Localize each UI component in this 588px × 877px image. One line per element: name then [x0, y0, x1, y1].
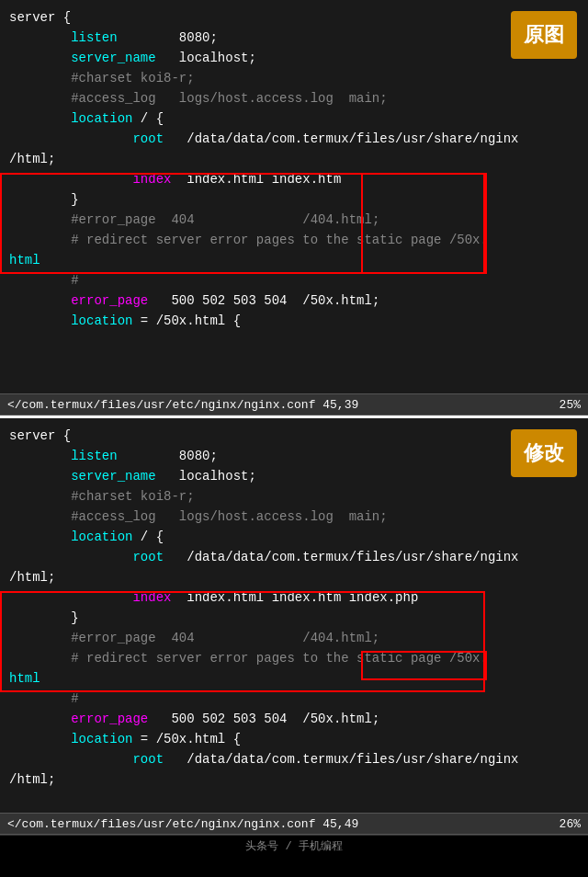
- code-line: # redirect server error pages to the sta…: [0, 648, 588, 668]
- top-panel: 原图 server { listen 8080; server_name loc…: [0, 0, 588, 418]
- code-line: error_page 500 502 503 504 /50x.html;: [0, 290, 588, 311]
- code-line: #error_page 404 /404.html;: [0, 210, 588, 230]
- code-line: #charset koi8-r;: [0, 68, 588, 88]
- bottom-code-area: server { listen 8080; server_name localh…: [0, 418, 588, 797]
- code-line: error_page 500 502 503 504 /50x.html;: [0, 709, 588, 729]
- code-line: root /data/data/com.termux/files/usr/sha…: [0, 547, 588, 567]
- code-line: location = /50x.html {: [0, 729, 588, 749]
- footer-bar: 头条号 / 手机编程: [0, 835, 588, 856]
- code-line: html: [0, 250, 588, 270]
- code-line: server_name localhost;: [0, 466, 588, 486]
- bottom-panel: 修改 server { listen 8080; server_name loc…: [0, 418, 588, 856]
- code-line: location / {: [0, 108, 588, 129]
- code-line: }: [0, 608, 588, 628]
- top-code-area: server { listen 8080; server_name localh…: [0, 0, 588, 338]
- code-line: }: [0, 189, 588, 210]
- footer-text: 头条号 / 手机编程: [245, 838, 343, 854]
- code-line: /html;: [0, 567, 588, 587]
- bottom-status-bar: </com.termux/files/usr/etc/nginx/nginx.c…: [0, 813, 588, 835]
- code-line: #access_log logs/host.access.log main;: [0, 507, 588, 527]
- code-line: #: [0, 270, 588, 290]
- original-badge: 原图: [511, 11, 577, 59]
- code-line: root /data/data/com.termux/files/usr/sha…: [0, 749, 588, 769]
- code-line: html: [0, 668, 588, 689]
- bottom-status-percent: 26%: [560, 817, 581, 831]
- code-line: listen 8080;: [0, 28, 588, 48]
- modified-badge: 修改: [511, 429, 577, 477]
- code-line: location / {: [0, 527, 588, 547]
- code-line: /html;: [0, 149, 588, 169]
- code-line: # redirect server error pages to the sta…: [0, 230, 588, 250]
- code-line: /html;: [0, 769, 588, 790]
- top-status-bar: </com.termux/files/usr/etc/nginx/nginx.c…: [0, 393, 588, 416]
- code-line: listen 8080;: [0, 446, 588, 466]
- code-line: #charset koi8-r;: [0, 486, 588, 507]
- bottom-status-text: </com.termux/files/usr/etc/nginx/nginx.c…: [7, 817, 358, 831]
- code-line: index index.html index.htm index.php: [0, 587, 588, 608]
- code-line: server {: [0, 426, 588, 446]
- code-line: #: [0, 689, 588, 709]
- top-status-percent: 25%: [560, 398, 581, 412]
- code-line: server {: [0, 7, 588, 28]
- code-line: index index.html index.htm: [0, 169, 588, 189]
- code-line: location = /50x.html {: [0, 311, 588, 331]
- code-line: root /data/data/com.termux/files/usr/sha…: [0, 129, 588, 149]
- code-line: #access_log logs/host.access.log main;: [0, 88, 588, 108]
- top-status-text: </com.termux/files/usr/etc/nginx/nginx.c…: [7, 398, 358, 412]
- code-line: server_name localhost;: [0, 48, 588, 68]
- code-line: #error_page 404 /404.html;: [0, 628, 588, 648]
